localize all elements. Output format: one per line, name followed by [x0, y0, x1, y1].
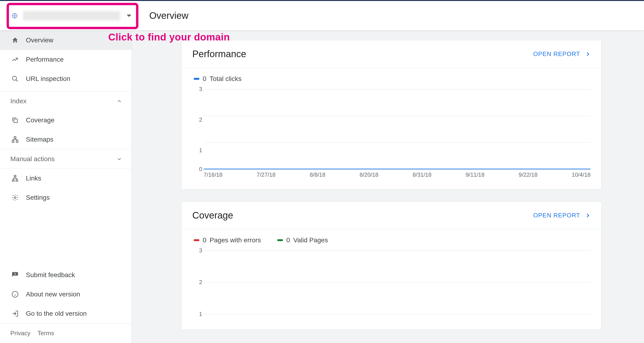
globe-icon: [11, 12, 18, 19]
chart-legend: 0 Total clicks: [192, 75, 590, 83]
card-title: Performance: [192, 49, 246, 59]
terms-link[interactable]: Terms: [38, 330, 54, 337]
sidebar-item-sitemaps[interactable]: Sitemaps: [0, 130, 132, 149]
chevron-up-icon: [116, 98, 122, 104]
privacy-link[interactable]: Privacy: [10, 330, 30, 337]
svg-rect-5: [16, 141, 18, 143]
xtick: 9/11/18: [466, 171, 484, 181]
sidebar-section-manual-actions[interactable]: Manual actions: [0, 149, 132, 168]
property-name-redacted: [23, 11, 120, 20]
sidebar-item-label: Overview: [26, 36, 54, 44]
sidebar-item-about-new-version[interactable]: About new version: [0, 285, 132, 304]
sidebar-item-label: Sitemaps: [26, 136, 54, 143]
xtick: 7/27/18: [256, 171, 276, 181]
property-selector-dropdown[interactable]: [6, 3, 138, 29]
chart-legend: 0 Pages with errors 0 Valid Pages: [192, 236, 590, 244]
sidebar-section-label: Index: [10, 97, 26, 105]
sitemap-icon: [10, 136, 20, 143]
copy-icon: [10, 117, 20, 124]
ytick: 1: [194, 147, 202, 154]
open-report-label: OPEN REPORT: [533, 50, 580, 58]
sidebar-item-label: Performance: [26, 56, 64, 63]
open-report-button[interactable]: OPEN REPORT: [533, 212, 590, 219]
open-report-label: OPEN REPORT: [533, 212, 580, 219]
legend-swatch-red: [194, 239, 199, 241]
legend-value: 0: [203, 236, 206, 244]
open-report-button[interactable]: OPEN REPORT: [533, 50, 590, 58]
legend-value: 0: [286, 236, 290, 244]
legend-label: Total clicks: [210, 75, 242, 83]
performance-chart: 3 2 1 0 7/16/18 7/27/18 8: [194, 89, 590, 181]
legend-item-valid: 0 Valid Pages: [277, 236, 328, 244]
search-icon: [10, 75, 20, 82]
page-title: Overview: [149, 10, 188, 21]
xtick: 8/31/18: [412, 171, 432, 181]
legend-item-errors: 0 Pages with errors: [194, 236, 261, 244]
coverage-chart: 3 2 1: [194, 251, 590, 321]
links-icon: [10, 175, 20, 182]
sidebar-item-go-to-old-version[interactable]: Go to the old version: [0, 304, 132, 323]
legend-label: Valid Pages: [293, 236, 328, 244]
sidebar-item-links[interactable]: Links: [0, 169, 132, 188]
x-axis: 7/16/18 7/27/18 8/8/18 8/20/18 8/31/18 9…: [204, 171, 590, 181]
ytick: 3: [194, 247, 202, 254]
series-line-total-clicks: [204, 169, 590, 169]
sidebar-item-label: URL inspection: [26, 75, 70, 83]
legend-label: Pages with errors: [210, 236, 261, 244]
ytick: 2: [194, 116, 202, 123]
chevron-down-icon: [116, 156, 122, 162]
svg-rect-2: [14, 119, 18, 123]
exit-icon: [10, 310, 20, 317]
chevron-right-icon: [585, 51, 590, 57]
performance-card: Performance OPEN REPORT 0 Total clicks: [181, 40, 602, 190]
gear-icon: [10, 194, 20, 201]
sidebar-item-label: About new version: [26, 291, 80, 298]
home-icon: [10, 37, 20, 44]
sidebar-item-label: Submit feedback: [26, 271, 75, 279]
legend-item-total-clicks: 0 Total clicks: [194, 75, 242, 83]
sidebar-item-label: Go to the old version: [26, 310, 86, 317]
ytick: 1: [194, 311, 202, 317]
legend-swatch-green: [277, 239, 283, 241]
xtick: 10/4/18: [572, 171, 590, 181]
trending-icon: [10, 56, 20, 63]
xtick: 7/16/18: [204, 171, 222, 181]
svg-rect-7: [12, 180, 14, 181]
sidebar-item-label: Settings: [26, 194, 50, 201]
feedback-icon: [10, 272, 20, 279]
info-icon: [10, 291, 20, 298]
svg-rect-3: [14, 137, 16, 139]
xtick: 9/22/18: [519, 171, 538, 181]
svg-point-9: [14, 197, 16, 199]
ytick: 0: [194, 166, 202, 172]
annotation-text: Click to find your domain: [108, 31, 230, 43]
coverage-card: Coverage OPEN REPORT 0 Pages with errors: [181, 201, 602, 330]
main-content: Performance OPEN REPORT 0 Total clicks: [132, 30, 644, 343]
sidebar: Overview Performance URL inspection Inde…: [0, 30, 132, 343]
svg-rect-6: [14, 176, 16, 177]
svg-rect-8: [16, 180, 18, 181]
sidebar-section-index[interactable]: Index: [0, 91, 132, 111]
chevron-right-icon: [585, 213, 590, 218]
svg-rect-4: [12, 141, 14, 143]
legend-swatch-blue: [194, 78, 199, 80]
card-title: Coverage: [192, 210, 233, 221]
sidebar-item-performance[interactable]: Performance: [0, 50, 132, 69]
sidebar-item-url-inspection[interactable]: URL inspection: [0, 69, 132, 88]
sidebar-item-label: Links: [26, 175, 41, 182]
sidebar-item-label: Coverage: [26, 116, 54, 124]
ytick: 3: [194, 86, 202, 92]
legend-value: 0: [203, 75, 206, 83]
caret-down-icon: [127, 14, 131, 17]
xtick: 8/20/18: [360, 171, 378, 181]
sidebar-item-submit-feedback[interactable]: Submit feedback: [0, 265, 132, 285]
sidebar-footer: Privacy Terms: [0, 323, 132, 343]
sidebar-item-settings[interactable]: Settings: [0, 188, 132, 207]
sidebar-item-coverage[interactable]: Coverage: [0, 111, 132, 130]
xtick: 8/8/18: [310, 171, 326, 181]
sidebar-section-label: Manual actions: [10, 155, 54, 163]
ytick: 2: [194, 279, 202, 286]
top-bar: Overview: [0, 0, 644, 30]
svg-point-1: [12, 76, 17, 80]
